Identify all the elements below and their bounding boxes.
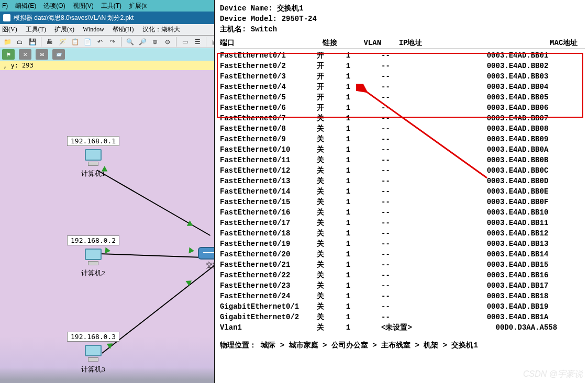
port-row[interactable]: FastEthernet0/10 关 1 -- 0003.E4AD.BB0A xyxy=(220,144,585,155)
menu2-window[interactable]: Window xyxy=(83,26,104,33)
undo-icon[interactable]: ↶ xyxy=(95,37,105,47)
delete-icon[interactable]: ✕ xyxy=(19,49,31,60)
device-pc3[interactable]: 192.168.0.3 计算机3 xyxy=(67,332,119,374)
menu2-help[interactable]: 帮助(H) xyxy=(113,25,134,34)
port-row[interactable]: GigabitEthernet0/2 关 1 -- 0003.E4AD.BB1A xyxy=(220,312,585,322)
ip-label: 192.168.0.3 xyxy=(67,332,119,342)
watermark: CSDN @宇豪说 xyxy=(523,369,583,380)
hostname-row: 主机名: Switch xyxy=(220,24,585,35)
port-row[interactable]: FastEthernet0/17 关 1 -- 0003.E4AD.BB11 xyxy=(220,218,585,228)
pc-icon xyxy=(83,345,104,364)
port-row[interactable]: FastEthernet0/22 关 1 -- 0003.E4AD.BB16 xyxy=(220,270,585,280)
port-row[interactable]: FastEthernet0/7 关 1 -- 0003.E4AD.BB07 xyxy=(220,113,585,123)
menu-extend[interactable]: 扩展(x xyxy=(129,2,147,10)
link-status-icon xyxy=(185,278,193,286)
port-row[interactable]: FastEthernet0/12 关 1 -- 0003.E4AD.BB0C xyxy=(220,165,585,176)
port-row[interactable]: FastEthernet0/5 开 1 -- 0003.E4AD.BB05 xyxy=(220,92,585,103)
port-row[interactable]: FastEthernet0/1 开 1 -- 0003.E4AD.BB01 xyxy=(220,50,585,61)
menu-view[interactable]: 视图(V) xyxy=(73,2,94,10)
menu2-view[interactable]: 图(V) xyxy=(2,25,17,34)
ip-label: 192.168.0.2 xyxy=(67,235,119,245)
port-row[interactable]: FastEthernet0/8 关 1 -- 0003.E4AD.BB08 xyxy=(220,123,585,134)
location-row: 物理位置： 城际 > 城市家庭 > 公司办公室 > 主布线室 > 机架 > 交换… xyxy=(220,340,585,351)
zoom-in-icon[interactable]: 🔍 xyxy=(125,37,135,47)
port-row[interactable]: FastEthernet0/6 开 1 -- 0003.E4AD.BB06 xyxy=(220,103,585,113)
mail-icon[interactable]: ✉ xyxy=(36,49,48,60)
port-row[interactable]: FastEthernet0/2 开 1 -- 0003.E4AD.BB02 xyxy=(220,61,585,71)
device-name-row: Device Name: 交换机1 xyxy=(220,3,585,14)
menu2-lang: 汉化：湖科大 xyxy=(142,25,180,34)
open-icon[interactable]: 🗀 xyxy=(15,37,25,47)
list-icon[interactable]: ☰ xyxy=(192,37,203,47)
port-row[interactable]: FastEthernet0/16 关 1 -- 0003.E4AD.BB10 xyxy=(220,207,585,218)
device-label: 计算机3 xyxy=(67,365,119,374)
folder-icon[interactable]: 📁 xyxy=(2,37,13,47)
port-row[interactable]: FastEthernet0/3 开 1 -- 0003.E4AD.BB03 xyxy=(220,71,585,82)
port-row[interactable]: FastEthernet0/15 关 1 -- 0003.E4AD.BB0F xyxy=(220,197,585,207)
port-row[interactable]: FastEthernet0/21 关 1 -- 0003.E4AD.BB15 xyxy=(220,260,585,270)
separator xyxy=(206,37,206,47)
save-icon[interactable]: 💾 xyxy=(27,37,38,47)
port-row[interactable]: FastEthernet0/20 关 1 -- 0003.E4AD.BB14 xyxy=(220,249,585,260)
link-status-icon xyxy=(188,247,194,254)
port-row[interactable]: FastEthernet0/13 关 1 -- 0003.E4AD.BB0D xyxy=(220,176,585,186)
device-info-panel: Device Name: 交换机1 Device Model: 2950T-24… xyxy=(214,0,588,383)
pc-icon xyxy=(83,249,104,267)
port-row[interactable]: FastEthernet0/11 关 1 -- 0003.E4AD.BB0B xyxy=(220,155,585,165)
zoom-out-icon[interactable]: 🔎 xyxy=(137,37,148,47)
port-row[interactable]: FastEthernet0/23 关 1 -- 0003.E4AD.BB17 xyxy=(220,280,585,291)
port-table-header: 端口 链接 VLAN IP地址 MAC地址 xyxy=(220,38,585,49)
pc-icon xyxy=(83,149,104,168)
separator xyxy=(121,37,121,47)
zoom-reset-icon[interactable]: ⊖ xyxy=(162,37,173,47)
wand-icon[interactable]: 🪄 xyxy=(57,37,68,47)
device-pc1[interactable]: 192.168.0.1 计算机1 xyxy=(67,136,119,178)
cursor-position: , y: 293 xyxy=(3,62,34,69)
port-row[interactable]: FastEthernet0/19 关 1 -- 0003.E4AD.BB13 xyxy=(220,239,585,249)
paste-icon[interactable]: 📄 xyxy=(82,37,93,47)
device-label: 计算机1 xyxy=(67,169,119,178)
print-icon[interactable]: 🖶 xyxy=(45,37,55,47)
redo-icon[interactable]: ↷ xyxy=(107,37,118,47)
device-pc2[interactable]: 192.168.0.2 计算机2 xyxy=(67,235,119,278)
mail-open-icon[interactable]: 📨 xyxy=(52,49,65,60)
rect-icon[interactable]: ▭ xyxy=(180,37,190,47)
port-row[interactable]: FastEthernet0/9 关 1 -- 0003.E4AD.BB09 xyxy=(220,134,585,144)
menu-edit[interactable]: 编辑(E) xyxy=(15,2,36,10)
ip-label: 192.168.0.1 xyxy=(67,136,119,146)
port-row[interactable]: FastEthernet0/4 开 1 -- 0003.E4AD.BB04 xyxy=(220,82,585,92)
menu2-tools[interactable]: 工具(T) xyxy=(26,25,46,34)
separator xyxy=(176,37,176,47)
port-row[interactable]: FastEthernet0/18 关 1 -- 0003.E4AD.BB12 xyxy=(220,228,585,239)
device-label: 计算机2 xyxy=(67,268,119,278)
port-table-body: FastEthernet0/1 开 1 -- 0003.E4AD.BB01Fas… xyxy=(220,50,585,333)
separator xyxy=(41,37,41,47)
port-row[interactable]: FastEthernet0/14 关 1 -- 0003.E4AD.BB0E xyxy=(220,186,585,197)
app-icon xyxy=(3,14,10,21)
port-row[interactable]: FastEthernet0/24 关 1 -- 0003.E4AD.BB18 xyxy=(220,291,585,301)
menu-file[interactable]: F) xyxy=(2,2,8,9)
port-table: 端口 链接 VLAN IP地址 MAC地址 FastEthernet0/1 开 … xyxy=(220,38,585,333)
copy-icon[interactable]: 📋 xyxy=(70,37,80,47)
device-model-row: Device Model: 2950T-24 xyxy=(220,14,585,24)
flag-icon[interactable]: ⚑ xyxy=(2,49,15,60)
menu-tools[interactable]: 工具(T) xyxy=(101,2,121,10)
port-row[interactable]: GigabitEthernet0/1 关 1 -- 0003.E4AD.BB19 xyxy=(220,301,585,312)
zoom-fit-icon[interactable]: ⊕ xyxy=(150,37,160,47)
menu-options[interactable]: 选项(O) xyxy=(43,2,65,10)
window-title: 模拟器 data\海思8.0\saves\VLAN 划分2.pkt xyxy=(14,14,134,22)
port-row[interactable]: Vlan1 关 1 <未设置> 00D0.D3AA.A558 xyxy=(220,322,585,333)
link-pc1-sw[interactable] xyxy=(97,170,211,236)
menu2-extend[interactable]: 扩展(x) xyxy=(54,25,74,34)
